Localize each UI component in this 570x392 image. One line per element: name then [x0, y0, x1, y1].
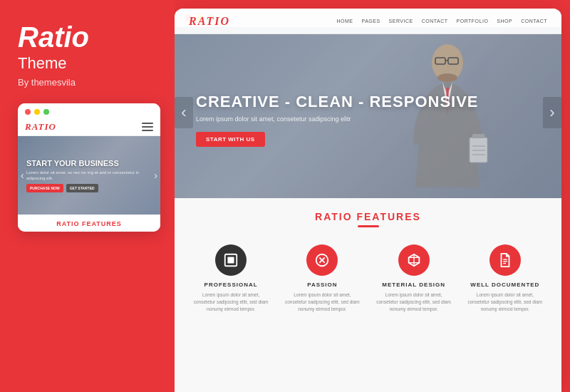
material-desc: Lorem ipsum dolor sit amet, consetetur s… — [376, 292, 452, 312]
svg-rect-11 — [228, 257, 234, 263]
mobile-titlebar — [18, 103, 160, 118]
site-hero: CREATIVE - CLEAN - RESPONSIVE Lorem ipsu… — [175, 27, 561, 198]
documented-title: WELL DOCUMENTED — [467, 282, 543, 288]
mobile-navbar: RATIO — [18, 118, 160, 136]
brand-subtitle: Theme — [18, 54, 89, 73]
documented-icon-wrap — [489, 244, 521, 276]
left-panel: Ratio Theme By themesvila RATIO ‹ START … — [0, 0, 175, 392]
feature-material: METERIAL DESIGN Lorem ipsum dolor sit am… — [372, 239, 456, 318]
mobile-next-arrow[interactable]: › — [154, 170, 157, 181]
passion-desc: Lorem ipsum dolor sit amet, consetetur s… — [284, 292, 360, 312]
browser-content: RATIO HOME PAGES SERVICE CONTACT PORTFOL… — [175, 27, 561, 392]
passion-title: PASSION — [284, 282, 360, 288]
document-icon — [497, 252, 513, 268]
mobile-hero-title: START YOUR BUSINESS — [26, 159, 152, 167]
material-icon-wrap — [398, 244, 430, 276]
brand-by: By themesvila — [18, 77, 89, 88]
mobile-features-title: RATIO FEATURES — [25, 220, 153, 227]
svg-point-4 — [437, 73, 457, 82]
site-nav-logo: RATIO — [189, 27, 230, 28]
passion-icon — [314, 252, 330, 268]
mobile-preview-card: RATIO ‹ START YOUR BUSINESS Lorem dolor … — [18, 103, 160, 232]
professional-icon-wrap — [215, 244, 247, 276]
features-grid: PROFESSIONAL Lorem ipsum dolor sit amet,… — [189, 239, 547, 318]
mobile-hero-buttons: PURCHASE NOW GET STARTED — [26, 184, 152, 192]
feature-documented: WELL DOCUMENTED Lorem ipsum dolor sit am… — [463, 239, 547, 318]
passion-icon-wrap — [306, 244, 338, 276]
site-navbar: RATIO HOME PAGES SERVICE CONTACT PORTFOL… — [175, 27, 561, 34]
brand-title: Ratio — [18, 21, 89, 53]
mobile-nav-logo: RATIO — [25, 121, 56, 133]
hero-subtext: Lorem ipsum dolor sit amet, consetetur s… — [196, 115, 479, 123]
hero-heading: CREATIVE - CLEAN - RESPONSIVE — [196, 93, 479, 111]
features-divider — [358, 225, 379, 227]
hero-prev-arrow[interactable]: ‹ — [175, 97, 193, 128]
brand-block: Ratio Theme By themesvila — [18, 21, 89, 88]
features-section: RATIO FEATURES PROFESSIONAL Lorem ipsum … — [175, 198, 561, 392]
hero-content: CREATIVE - CLEAN - RESPONSIVE Lorem ipsu… — [196, 93, 479, 147]
hamburger-icon[interactable] — [142, 123, 153, 131]
mobile-features: RATIO FEATURES — [18, 215, 160, 232]
material-icon — [406, 252, 422, 268]
mobile-prev-arrow[interactable]: ‹ — [21, 170, 24, 181]
documented-desc: Lorem ipsum dolor sit amet, consetetur s… — [467, 292, 543, 312]
professional-title: PROFESSIONAL — [193, 282, 269, 288]
mobile-hero: ‹ START YOUR BUSINESS Lorem dolor sit am… — [18, 136, 160, 215]
professional-desc: Lorem ipsum dolor sit amet, consetetur s… — [193, 292, 269, 312]
feature-passion: PASSION Lorem ipsum dolor sit amet, cons… — [280, 239, 364, 318]
mobile-purchase-button[interactable]: PURCHASE NOW — [26, 184, 63, 192]
features-heading: RATIO FEATURES — [189, 211, 547, 222]
dot-red — [25, 109, 31, 115]
material-title: METERIAL DESIGN — [376, 282, 452, 288]
right-panel: RATIO HOME PAGES SERVICE CONTACT PORTFOL… — [175, 9, 561, 392]
mobile-started-button[interactable]: GET STARTED — [66, 184, 98, 192]
mobile-hero-content: START YOUR BUSINESS Lorem dolor sit amet… — [26, 159, 152, 193]
hero-next-arrow[interactable]: › — [543, 97, 561, 128]
feature-professional: PROFESSIONAL Lorem ipsum dolor sit amet,… — [189, 239, 273, 318]
dot-green — [43, 109, 49, 115]
mobile-hero-text: Lorem dolor sit amet, so nec tor ing et … — [26, 170, 152, 182]
hero-cta-button[interactable]: START WITH US — [196, 132, 265, 147]
dot-yellow — [34, 109, 40, 115]
professional-icon — [223, 252, 239, 268]
